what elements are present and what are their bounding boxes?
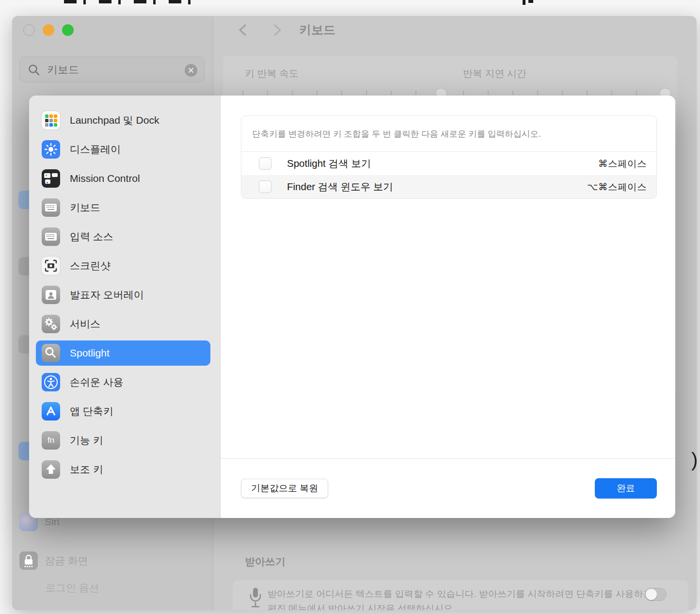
sidebar-item-app-shortcuts[interactable]: 앱 단축키 [36, 399, 210, 424]
dictation-heading: 받아쓰기 [245, 555, 286, 568]
accessibility-icon [42, 373, 60, 391]
search-icon [28, 64, 40, 76]
fn-key-icon: fn [42, 431, 60, 450]
sidebar-item-services[interactable]: 서비스 [36, 311, 210, 337]
sidebar-item-function-keys[interactable]: fn 기능 키 [36, 428, 210, 453]
lock-icon [19, 551, 38, 570]
sidebar-item-spotlight[interactable]: Spotlight [36, 340, 210, 366]
sidebar-item-modifier-keys[interactable]: 보조 키 [36, 457, 210, 482]
sidebar-item-input-sources[interactable]: 입력 소스 [36, 224, 210, 249]
sidebar-item-label: 발표자 오버레이 [70, 288, 144, 302]
shortcut-checkbox[interactable] [259, 180, 271, 193]
sidebar-item-lock-screen[interactable]: 잠금 화면 [19, 551, 88, 570]
sidebar-item-presenter-overlay[interactable]: 발표자 오버레이 [36, 282, 210, 307]
forward-button[interactable] [270, 23, 284, 37]
microphone-icon [247, 586, 264, 610]
done-button[interactable]: 완료 [595, 478, 657, 499]
slider-ticks [242, 91, 441, 95]
sidebar-item-label: 잠금 화면 [45, 554, 88, 567]
dictation-panel: 받아쓰기로 어디서든 텍스트를 입력할 수 있습니다. 받아쓰기를 시작하려면 … [233, 580, 688, 610]
shortcuts-panel: 단축키를 변경하려면 키 조합을 두 번 클릭한 다음 새로운 키를 입력하십시… [241, 115, 657, 199]
keyboard-icon [42, 198, 60, 217]
dialog-footer: 기본값으로 복원 완료 [221, 458, 675, 518]
input-source-icon [42, 227, 60, 246]
shortcut-keys[interactable]: ⌥⌘스페이스 [587, 180, 647, 194]
shortcut-keys[interactable]: ⌘스페이스 [598, 157, 647, 170]
screenshot-icon [42, 257, 60, 275]
keyboard-shortcuts-dialog: Launchpad 및 Dock 디스플레이 [29, 96, 675, 518]
zoom-button[interactable] [62, 24, 74, 36]
search-input[interactable] [47, 64, 183, 76]
page-title: 키보드 [299, 22, 335, 38]
slider-ticks [463, 91, 674, 95]
presenter-overlay-icon [42, 286, 60, 304]
sidebar-item-label: 앱 단축키 [70, 404, 113, 418]
clear-search-icon[interactable] [185, 64, 197, 77]
sidebar-item-label: 손쉬운 사용 [70, 375, 124, 389]
restore-defaults-button[interactable]: 기본값으로 복원 [241, 479, 328, 498]
sidebar-item-login-options[interactable]: 로그인 옵션 [46, 581, 99, 595]
app-shortcuts-icon [42, 402, 60, 420]
shortcuts-sidebar: Launchpad 및 Dock 디스플레이 [29, 96, 221, 518]
sidebar-item-label: 디스플레이 [70, 143, 121, 156]
launchpad-icon [42, 111, 60, 129]
shortcuts-content: 단축키를 변경하려면 키 조합을 두 번 클릭한 다음 새로운 키를 입력하십시… [221, 96, 675, 518]
sidebar-item-label: 보조 키 [70, 463, 103, 476]
back-button[interactable] [236, 23, 251, 37]
shortcut-label: Finder 검색 윈도우 보기 [287, 180, 393, 194]
key-repeat-label: 키 반복 속도 [245, 67, 299, 80]
sidebar-item-label: 키보드 [70, 201, 100, 214]
shortcut-checkbox[interactable] [259, 157, 271, 170]
spotlight-icon [42, 344, 60, 362]
repeat-delay-label: 반복 지연 시간 [463, 67, 526, 80]
close-button[interactable] [23, 24, 35, 36]
modifier-keys-icon [42, 460, 60, 479]
shortcuts-instruction: 단축키를 변경하려면 키 조합을 두 번 클릭한 다음 새로운 키를 입력하십시… [241, 116, 656, 152]
dictation-toggle[interactable] [645, 588, 667, 601]
shortcut-row[interactable]: Finder 검색 윈도우 보기 ⌥⌘스페이스 [241, 175, 656, 198]
search-field[interactable] [19, 57, 205, 82]
cropped-right-text: ) [691, 449, 698, 471]
sidebar-item-label: 서비스 [70, 317, 100, 331]
sidebar-item-label: Spotlight [70, 347, 110, 359]
minimize-button[interactable] [43, 24, 54, 36]
shortcut-row[interactable]: Spotlight 검색 보기 ⌘스페이스 [241, 152, 656, 175]
display-icon [42, 140, 60, 159]
sidebar-item-label: Mission Control [70, 173, 140, 184]
dictation-description: 받아쓰기로 어디서든 텍스트를 입력할 수 있습니다. 받아쓰기를 시작하려면 … [268, 588, 662, 600]
sidebar-item-accessibility[interactable]: 손쉬운 사용 [36, 370, 210, 395]
services-icon [42, 315, 60, 333]
sidebar-item-label: 스크린샷 [70, 259, 111, 273]
sidebar-item-screenshot[interactable]: 스크린샷 [36, 253, 210, 278]
shortcut-label: Spotlight 검색 보기 [287, 157, 371, 170]
sidebar-item-label: 기능 키 [70, 434, 103, 447]
sidebar-item-label: 입력 소스 [70, 230, 113, 243]
sidebar-item-mission-control[interactable]: Mission Control [36, 166, 210, 191]
sidebar-item-keyboard[interactable]: 키보드 [36, 195, 210, 220]
toggle-knob [646, 589, 657, 600]
dictation-description: 편집 메뉴에서 받아쓰기 시작을 선택하십시오. [268, 602, 455, 610]
sidebar-item-display[interactable]: 디스플레이 [36, 137, 210, 162]
sidebar-item-launchpad-dock[interactable]: Launchpad 및 Dock [36, 108, 210, 133]
sidebar-item-label: Launchpad 및 Dock [70, 113, 159, 127]
mission-control-icon [42, 169, 60, 188]
cropped-top-text [0, 0, 700, 6]
